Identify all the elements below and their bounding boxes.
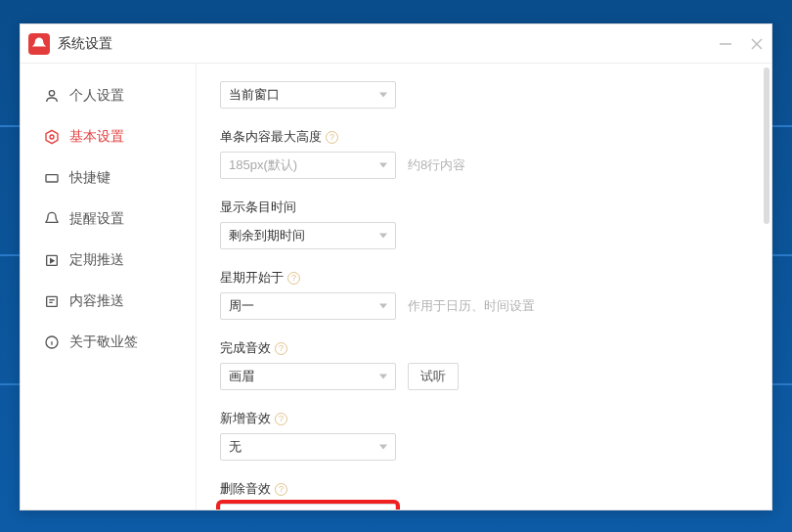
current-window-select[interactable]: 当前窗口 — [220, 81, 396, 109]
bell-icon — [44, 211, 60, 227]
sidebar: 个人设置 基本设置 快捷键 提醒设置 — [21, 64, 197, 510]
content-push-icon — [44, 293, 60, 309]
sidebar-item-label: 快捷键 — [69, 169, 110, 187]
select-value: 剩余到期时间 — [229, 227, 305, 244]
show-time-select[interactable]: 剩余到期时间 — [220, 222, 396, 249]
svg-rect-12 — [47, 296, 58, 306]
keyboard-icon — [44, 170, 60, 186]
scrollbar-thumb[interactable] — [764, 67, 770, 224]
new-sound-select[interactable]: 无 — [220, 433, 396, 461]
done-sound-label: 完成音效 ? — [220, 339, 748, 357]
new-sound-label: 新增音效 ? — [220, 410, 748, 427]
calendar-play-icon — [44, 252, 60, 268]
sidebar-item-label: 个人设置 — [69, 87, 124, 105]
chevron-down-icon — [379, 234, 387, 239]
help-icon[interactable]: ? — [287, 272, 300, 285]
max-height-hint: 约8行内容 — [408, 156, 465, 174]
svg-point-5 — [50, 135, 54, 139]
info-icon — [44, 334, 60, 350]
select-value: 画眉 — [229, 368, 254, 385]
sidebar-item-content-push[interactable]: 内容推送 — [21, 281, 196, 322]
minimize-button[interactable] — [719, 37, 732, 51]
title-bar: 系统设置 — [21, 24, 771, 64]
week-start-hint: 作用于日历、时间设置 — [408, 297, 535, 315]
help-icon[interactable]: ? — [275, 413, 287, 425]
max-height-label: 单条内容最大高度 ? — [220, 128, 748, 146]
chevron-down-icon — [379, 445, 387, 450]
delete-sound-select[interactable]: 无 — [220, 504, 396, 510]
sidebar-item-label: 定期推送 — [69, 251, 124, 269]
svg-rect-6 — [46, 175, 58, 182]
app-icon — [28, 33, 50, 55]
close-button[interactable] — [750, 37, 764, 51]
chevron-down-icon — [379, 93, 387, 98]
sidebar-item-label: 内容推送 — [69, 292, 124, 310]
svg-point-3 — [49, 91, 54, 96]
delete-sound-label: 删除音效 ? — [220, 480, 748, 498]
svg-marker-11 — [51, 259, 54, 263]
listen-button[interactable]: 试听 — [408, 363, 459, 390]
chevron-down-icon — [379, 304, 387, 309]
sidebar-item-shortcut[interactable]: 快捷键 — [21, 157, 196, 199]
sidebar-item-label: 提醒设置 — [69, 210, 124, 228]
sidebar-item-reminder[interactable]: 提醒设置 — [21, 199, 196, 240]
window-title: 系统设置 — [58, 35, 112, 53]
settings-window: 系统设置 个人设置 基本设置 — [20, 23, 772, 510]
sidebar-item-personal[interactable]: 个人设置 — [21, 75, 196, 116]
select-value: 185px(默认) — [229, 156, 297, 174]
select-value: 周一 — [229, 297, 254, 315]
done-sound-select[interactable]: 画眉 — [220, 363, 396, 390]
select-value: 无 — [229, 509, 242, 510]
chevron-down-icon — [379, 375, 387, 379]
sidebar-item-label: 关于敬业签 — [69, 333, 138, 351]
select-value: 无 — [229, 438, 242, 456]
svg-marker-4 — [46, 130, 58, 143]
week-start-label: 星期开始于 ? — [220, 269, 748, 287]
content-panel: 当前窗口 单条内容最大高度 ? 185px(默认) 约8行内容 — [197, 64, 771, 510]
max-height-select[interactable]: 185px(默认) — [220, 152, 396, 179]
help-icon[interactable]: ? — [275, 483, 287, 496]
person-icon — [44, 88, 60, 104]
sidebar-item-label: 基本设置 — [69, 128, 124, 146]
sidebar-item-about[interactable]: 关于敬业签 — [21, 322, 196, 363]
help-icon[interactable]: ? — [326, 131, 338, 144]
chevron-down-icon — [379, 163, 387, 168]
sidebar-item-schedule[interactable]: 定期推送 — [21, 240, 196, 281]
help-icon[interactable]: ? — [275, 342, 287, 355]
sidebar-item-basic[interactable]: 基本设置 — [21, 116, 196, 157]
gear-hex-icon — [44, 129, 60, 145]
week-start-select[interactable]: 周一 — [220, 292, 396, 320]
select-value: 当前窗口 — [229, 86, 280, 104]
show-time-label: 显示条目时间 — [220, 199, 748, 216]
